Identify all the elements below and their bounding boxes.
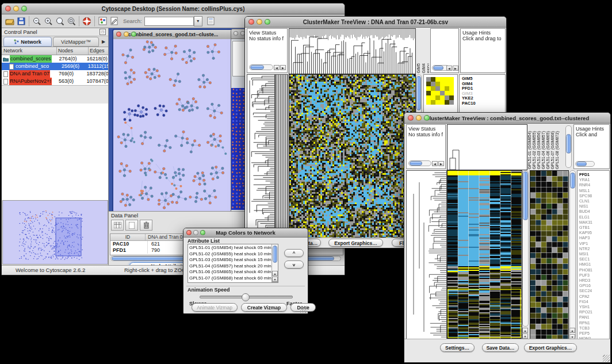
close-button[interactable]	[234, 31, 238, 36]
save-icon[interactable]	[16, 16, 27, 26]
move-down-button[interactable]: v	[284, 260, 304, 269]
float-panel-icon[interactable]: ◳	[100, 29, 106, 35]
open-icon[interactable]	[4, 16, 16, 26]
network-canvas[interactable]	[113, 39, 231, 210]
network-table-row[interactable]: combined_sco2569(6)13112(15)	[2, 63, 108, 70]
combined-row-dendrogram[interactable]	[406, 170, 447, 341]
scroll-down-icon[interactable]: ▼	[272, 277, 278, 282]
view-status-hscrollbar[interactable]	[249, 64, 273, 70]
network-table-row[interactable]: DNA and Tran 07769(0)183728(0)	[2, 70, 108, 78]
gene-label[interactable]: SPC98	[579, 193, 609, 198]
settings-button[interactable]: Settings…	[440, 343, 475, 352]
gene-label[interactable]: PHO81	[579, 267, 609, 273]
gene-label[interactable]: BUD4	[579, 209, 609, 214]
gene-label[interactable]: HAP3	[579, 235, 609, 240]
gene-label[interactable]: YSH1	[579, 304, 609, 309]
gene-label[interactable]: SEC1	[579, 256, 609, 262]
birdseye-view[interactable]	[2, 200, 108, 265]
gene-label[interactable]: MSI1	[579, 251, 609, 256]
combined-column-dendrogram[interactable]	[447, 124, 527, 170]
combined-vscrollbar[interactable]	[522, 170, 529, 327]
attribute-list-vscrollbar[interactable]: ▲ ▼	[271, 244, 278, 282]
dna-row-dendrogram[interactable]	[247, 74, 275, 240]
zoom-out-icon[interactable]	[31, 16, 43, 26]
minimize-button[interactable]	[124, 32, 129, 37]
zoom-selected-icon[interactable]	[66, 16, 77, 26]
attribute-item[interactable]: GPL51-03 (GSM856) heat shock 15 min	[189, 257, 277, 263]
scroll-up-icon[interactable]: ▲	[272, 271, 278, 276]
attribute-list[interactable]: GPL51-01 (GSM854) heat shock 05 minGPL51…	[188, 244, 278, 283]
zoom-button[interactable]	[265, 19, 270, 25]
vizmapper-icon[interactable]	[97, 16, 108, 26]
combined-zoom-heatmap[interactable]	[530, 170, 569, 341]
annotation-icon[interactable]	[108, 16, 120, 26]
lifering-icon[interactable]	[81, 16, 93, 26]
scroll-right-icon[interactable]: ▶	[453, 66, 458, 71]
gene-label[interactable]: TCB3	[579, 325, 609, 331]
tab-vizmapper[interactable]: VizMapper™	[53, 37, 99, 47]
scroll-left-icon[interactable]: ◀	[274, 65, 280, 70]
export-graphics-button[interactable]: Export Graphics…	[524, 343, 577, 352]
zoom-fit-icon[interactable]	[54, 16, 66, 26]
gene-label[interactable]: RPO21	[579, 309, 609, 315]
gene-label[interactable]: PFD1	[579, 172, 609, 177]
gene-label[interactable]: MSL1	[579, 188, 609, 193]
close-button[interactable]	[186, 230, 192, 235]
scroll-right-icon[interactable]: ▶	[438, 161, 444, 166]
gene-label[interactable]: RNR4	[579, 182, 609, 187]
close-button[interactable]	[116, 32, 121, 37]
delete-attribute-icon[interactable]	[140, 220, 152, 231]
map-colors-titlebar[interactable]: Map Colors to Network	[183, 228, 308, 237]
data-col-id[interactable]: ID	[110, 234, 146, 240]
gene-label[interactable]: FIG4	[579, 299, 609, 304]
gene-label[interactable]: MAK31	[579, 220, 609, 225]
gene-label[interactable]: PAC10	[462, 101, 505, 106]
attribute-item[interactable]: GPL51-04 (GSM857) heat shock 20 min	[189, 263, 277, 270]
dna-column-dendrogram[interactable]	[289, 28, 416, 74]
zoom-in-icon[interactable]	[43, 16, 54, 26]
network-view-titlebar[interactable]: combined_scores_good.txt--cluste...	[113, 30, 233, 40]
gene-label[interactable]: PAN1	[579, 315, 609, 320]
col-header-nodes[interactable]: Nodes	[57, 47, 89, 55]
attribute-item[interactable]: GPL51-01 (GSM854) heat shock 05 min	[189, 245, 277, 251]
gene-label[interactable]: VIP1	[579, 241, 609, 246]
attribute-item[interactable]: GPL51-06 (GSM865) heat shock 40 min	[189, 269, 277, 275]
zoom-button[interactable]	[131, 32, 136, 37]
resize-grip[interactable]	[300, 306, 307, 313]
save-data-button[interactable]: Save Data…	[482, 343, 519, 352]
zoom-button[interactable]	[21, 6, 27, 12]
zoom-button[interactable]	[200, 230, 205, 235]
gene-label[interactable]: HMG1	[579, 262, 609, 267]
scroll-up-icon[interactable]: ▲	[569, 328, 575, 333]
close-button[interactable]	[248, 19, 254, 25]
treeview-combined-titlebar[interactable]: ClusterMaker TreeView : combined_scores_…	[404, 113, 610, 124]
gene-label[interactable]: CPA2	[579, 294, 609, 299]
gene-label[interactable]: GTB1	[579, 225, 609, 230]
attribute-icon[interactable]	[205, 16, 217, 26]
zoom-button[interactable]	[424, 115, 430, 121]
dna-heatmap[interactable]	[289, 74, 416, 240]
scroll-left-icon[interactable]: ◀	[446, 66, 452, 71]
col-header-edges[interactable]: Edges	[89, 47, 108, 55]
network-table-row[interactable]: combined_scores2764(0)16218(0)	[2, 55, 108, 63]
combined-gene-vscrollbar[interactable]: ▲ ▼	[569, 170, 576, 340]
tab-network[interactable]: Network	[3, 37, 52, 47]
close-button[interactable]	[5, 6, 11, 12]
gene-label[interactable]: KAP95	[579, 230, 609, 235]
gene-label[interactable]: NTR2	[579, 246, 609, 251]
minimize-button[interactable]	[257, 19, 262, 25]
search-dropdown-icon[interactable]: ▼	[194, 16, 202, 26]
treeview-dna-titlebar[interactable]: ClusterMaker TreeView : DNA and Tran 07-…	[245, 17, 506, 28]
main-titlebar[interactable]: Cytoscape Desktop (Session Name: collins…	[2, 3, 345, 14]
attribute-item[interactable]: GPL51-02 (GSM855) heat shock 10 min	[189, 251, 277, 258]
create-vizmap-button[interactable]: Create Vizmap	[241, 303, 287, 312]
col-header-network[interactable]: Network	[2, 47, 57, 55]
minimize-button[interactable]	[416, 115, 422, 121]
gene-label[interactable]: CLN1	[579, 198, 609, 204]
gene-label[interactable]: ELG1	[579, 214, 609, 220]
move-up-button[interactable]: ^	[284, 249, 304, 257]
usage-hints-hscrollbar[interactable]	[575, 161, 595, 167]
view-status-hscrollbar[interactable]	[408, 160, 431, 166]
tab-overflow-arrow[interactable]: ▶	[99, 36, 108, 47]
gene-label[interactable]: RPN1	[579, 320, 609, 325]
